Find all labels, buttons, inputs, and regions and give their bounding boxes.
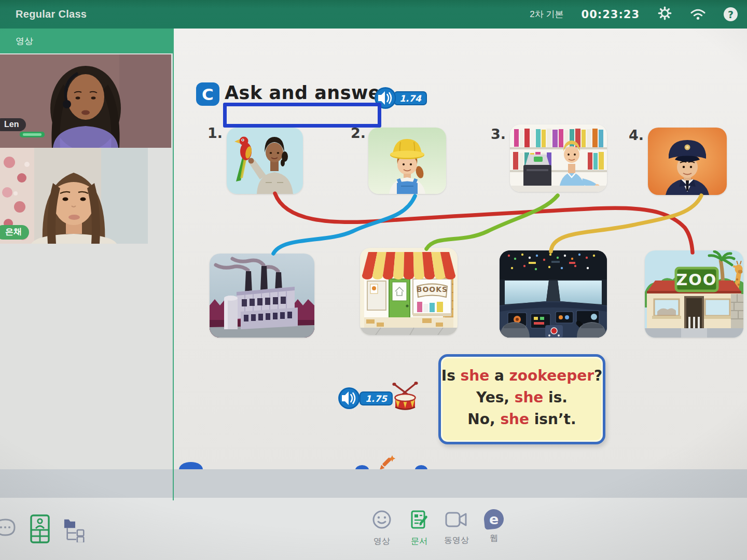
video-camera-icon [445, 510, 468, 531]
toolbar-item-movie[interactable]: 동영상 [438, 510, 475, 546]
toolbar-label: 영상 [374, 536, 390, 547]
zoo-sign: ZOO [676, 271, 717, 289]
audio-track-label-2: 1.75 [359, 391, 393, 405]
item-number-1: 1. [208, 125, 223, 141]
web-e-icon: e [483, 508, 505, 530]
item-number-2: 2. [351, 125, 366, 141]
wifi-icon[interactable] [690, 7, 706, 22]
toolbar-label: 웹 [490, 533, 498, 544]
participants-grid-icon[interactable] [30, 514, 50, 545]
session-label: 2차 기본 [530, 8, 563, 20]
place-image-cockpit[interactable] [500, 250, 607, 338]
name-badge-student: 은채 [0, 225, 29, 240]
chat-bubble-icon[interactable] [0, 517, 18, 542]
item-number-4: 4. [629, 127, 644, 143]
document-pencil-icon [409, 509, 430, 532]
place-image-bookstore[interactable]: BOOKS [360, 248, 458, 335]
video-panel-header: 영상 [0, 29, 174, 53]
classroom-app: Regular Class 2차 기본 00:23:23 ? [0, 0, 747, 560]
mic-indicator [20, 132, 45, 137]
dialog-line-answer-yes: Yes, she is. [441, 387, 603, 409]
dialog-box: Is she a zookeeper? Yes, she is. No, she… [438, 354, 605, 444]
toolbar-label: 문서 [411, 536, 427, 547]
item-image-bookseller[interactable] [510, 124, 607, 192]
toolbar-label: 동영상 [444, 535, 469, 546]
textbook-page: C Ask and answer. 1.74 1. 2. 3. 4. [174, 29, 747, 469]
settings-gear-icon[interactable] [657, 6, 672, 23]
toolbar-item-video[interactable]: 영상 [363, 509, 400, 547]
name-badge-teacher: Len [0, 118, 26, 131]
partial-section-badge [179, 462, 203, 469]
help-icon[interactable]: ? [724, 7, 738, 21]
webcam-video-student[interactable]: 은채 [0, 148, 148, 244]
toolbar-item-document[interactable]: 문서 [400, 509, 438, 547]
place-image-factory[interactable] [210, 254, 314, 338]
dialog-line-answer-no: No, she isn’t. [441, 409, 603, 430]
toolbar-item-web[interactable]: e 웹 [475, 509, 513, 544]
section-title: Ask and answer. [225, 82, 395, 103]
place-image-zoo[interactable]: ZOO [645, 250, 743, 338]
item-image-pilot[interactable] [648, 128, 727, 195]
file-tree-icon[interactable] [63, 516, 87, 544]
section-badge: C [196, 82, 219, 106]
item-image-zookeeper[interactable] [227, 128, 303, 194]
top-bar: Regular Class 2차 기본 00:23:23 ? [0, 0, 747, 29]
speaker-icon [338, 387, 361, 410]
drum-icon [389, 380, 421, 415]
annotation-highlight-box [223, 103, 381, 128]
sidebar-divider [173, 29, 174, 500]
bottom-toolbar: 영상 문서 동영상 [0, 498, 747, 560]
audio-play-button-2[interactable] [338, 387, 361, 410]
smiley-face-icon [371, 509, 392, 532]
app-title: Regular Class [16, 8, 87, 20]
bookstore-sign: BOOKS [416, 285, 448, 293]
item-number-3: 3. [491, 126, 506, 142]
item-image-builder[interactable] [368, 128, 446, 194]
audio-track-label-1: 1.74 [394, 91, 427, 105]
webcam-video-teacher[interactable]: Len [0, 54, 171, 148]
divider-strip [0, 469, 747, 498]
dialog-line-question: Is she a zookeeper? [441, 365, 603, 387]
class-timer: 00:23:23 [582, 8, 640, 21]
